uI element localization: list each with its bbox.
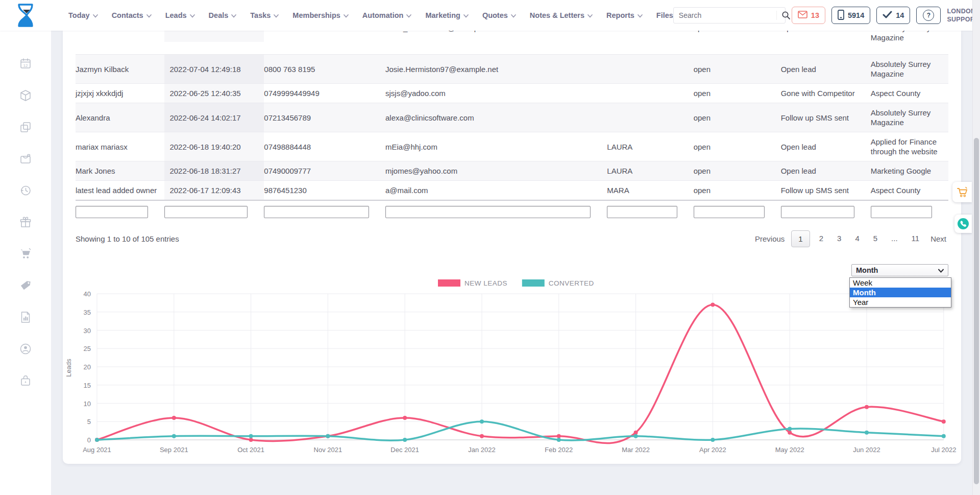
filter-input-owner[interactable] <box>607 206 677 218</box>
entries-summary: Showing 1 to 10 of 105 entries <box>76 234 179 243</box>
table-row[interactable]: Mark Jones2022-06-18 18:31:2707490009777… <box>76 161 948 181</box>
filter-input-date[interactable] <box>164 206 248 218</box>
account-icon[interactable] <box>19 342 32 356</box>
filter-input-source[interactable] <box>871 206 932 218</box>
table-row[interactable]: latest lead added owner2022-06-17 12:09:… <box>76 181 948 201</box>
leads-content-card: Gina Schulist2022-07-04 12:49:260749 525… <box>63 31 961 464</box>
main-nav: TodayContactsLeadsDealsTasksMembershipsA… <box>68 11 673 19</box>
phone-fab-button[interactable] <box>954 215 972 233</box>
cart-fab-button[interactable] <box>952 182 972 202</box>
pagination-page-4[interactable]: 4 <box>850 230 864 247</box>
cell-name: jzjxjxj xkxkdjdj <box>76 84 164 103</box>
nav-item-marketing[interactable]: Marketing <box>425 11 469 19</box>
period-select-dropdown: WeekMonthYear <box>849 277 951 308</box>
tag-icon[interactable] <box>19 279 32 292</box>
cell-owner <box>607 103 693 132</box>
cell-name: Alexandra <box>76 103 164 132</box>
cell-date: 2022-06-17 12:09:43 <box>164 181 264 200</box>
cell-lead-status: Open lead <box>781 132 871 161</box>
filter-cell <box>76 206 164 218</box>
cell-email: sjsjs@yadoo.com <box>385 84 607 103</box>
cell-phone: 07490009777 <box>264 161 385 180</box>
filter-cell <box>607 206 693 218</box>
help-badge[interactable]: ? <box>916 7 941 24</box>
checkmark-icon <box>883 11 892 20</box>
app-logo-hourglass-icon[interactable] <box>14 3 37 28</box>
vertical-scrollbar-track[interactable] <box>972 0 980 495</box>
camera-icon[interactable] <box>19 152 32 166</box>
nav-item-automation[interactable]: Automation <box>362 11 412 19</box>
period-option-week[interactable]: Week <box>850 278 951 288</box>
help-icon: ? <box>923 10 934 21</box>
pagination-page-2[interactable]: 2 <box>815 230 828 247</box>
svg-text:5: 5 <box>87 418 91 426</box>
chevron-down-icon <box>463 11 469 19</box>
nav-item-quotes[interactable]: Quotes <box>482 11 516 19</box>
cell-lead-status: Open lead <box>781 55 871 83</box>
svg-text:Aug 2021: Aug 2021 <box>83 446 111 454</box>
calendar-icon[interactable]: 12 <box>19 57 32 70</box>
search-input[interactable] <box>674 11 776 19</box>
tasks-done-badge[interactable]: 14 <box>876 7 910 24</box>
pagination-next[interactable]: Next <box>928 231 948 247</box>
pagination-previous[interactable]: Previous <box>753 231 787 247</box>
table-row[interactable]: mariax mariasx2022-06-18 19:40:200749888… <box>76 132 948 161</box>
cell-email: mEia@hhj.com <box>385 132 607 161</box>
filter-input-phone[interactable] <box>264 206 369 218</box>
cell-source: Marketing Google <box>871 161 948 180</box>
nav-item-memberships[interactable]: Memberships <box>292 11 348 19</box>
lock-icon[interactable] <box>19 374 32 387</box>
cell-owner <box>607 55 693 83</box>
table-row[interactable]: Gina Schulist2022-07-04 12:49:260749 525… <box>76 31 948 55</box>
chevron-down-icon <box>938 266 944 274</box>
filter-cell <box>871 206 948 218</box>
pagination-ellipsis: ... <box>887 230 902 247</box>
cell-status: open <box>694 103 781 132</box>
filter-cell <box>264 206 385 218</box>
period-option-year[interactable]: Year <box>850 297 951 307</box>
period-option-month[interactable]: Month <box>850 288 951 297</box>
nav-label: Reports <box>606 11 634 19</box>
report-icon[interactable] <box>19 311 32 324</box>
table-row[interactable]: jzjxjxj xkxkdjdj2022-06-25 12:40:3507499… <box>76 84 948 103</box>
table-row[interactable]: Alexandra2022-06-24 14:02:1707213456789a… <box>76 103 948 132</box>
copy-icon[interactable] <box>19 121 32 134</box>
cell-status: open <box>694 84 781 103</box>
nav-item-reports[interactable]: Reports <box>606 11 643 19</box>
svg-text:Feb 2022: Feb 2022 <box>545 446 573 454</box>
pagination-page-1[interactable]: 1 <box>791 230 810 247</box>
nav-item-tasks[interactable]: Tasks <box>250 11 279 19</box>
nav-item-files[interactable]: Files <box>656 11 673 19</box>
vertical-scrollbar-thumb[interactable] <box>974 138 979 484</box>
pagination-page-5[interactable]: 5 <box>869 230 882 247</box>
svg-text:0: 0 <box>87 436 91 444</box>
filter-input-email[interactable] <box>385 206 591 218</box>
nav-item-deals[interactable]: Deals <box>209 11 237 19</box>
column-filter-row <box>76 201 948 224</box>
mail-notifications-badge[interactable]: 13 <box>792 7 825 24</box>
filter-input-name[interactable] <box>76 206 148 218</box>
chart-period-select[interactable]: Month <box>851 264 948 276</box>
filter-input-status[interactable] <box>694 206 765 218</box>
nav-label: Quotes <box>482 11 508 19</box>
filter-input-lead-status[interactable] <box>781 206 854 218</box>
nav-item-today[interactable]: Today <box>68 11 98 19</box>
phone-calls-badge[interactable]: 5914 <box>831 7 870 24</box>
pagination-page-11[interactable]: 11 <box>907 230 924 247</box>
gift-icon[interactable] <box>19 216 32 229</box>
leads-chart: Aug 2021Sep 2021Oct 2021Nov 2021Dec 2021… <box>63 278 961 458</box>
table-row[interactable]: Jazmyn Kilback2022-07-04 12:49:180800 76… <box>76 55 948 84</box>
cart-icon[interactable] <box>19 247 32 261</box>
svg-text:12: 12 <box>23 63 28 68</box>
pagination-page-3[interactable]: 3 <box>832 230 846 247</box>
svg-text:Mar 2022: Mar 2022 <box>622 446 650 454</box>
cell-name: Gina Schulist <box>76 31 164 42</box>
history-icon[interactable] <box>19 184 32 197</box>
phone-count: 5914 <box>848 11 864 19</box>
nav-item-contacts[interactable]: Contacts <box>112 11 152 19</box>
nav-item-leads[interactable]: Leads <box>165 11 195 19</box>
chevron-down-icon <box>511 11 516 19</box>
package-icon[interactable] <box>19 89 32 102</box>
cell-date: 2022-06-25 12:40:35 <box>164 84 264 103</box>
nav-item-notes-letters[interactable]: Notes & Letters <box>530 11 593 19</box>
